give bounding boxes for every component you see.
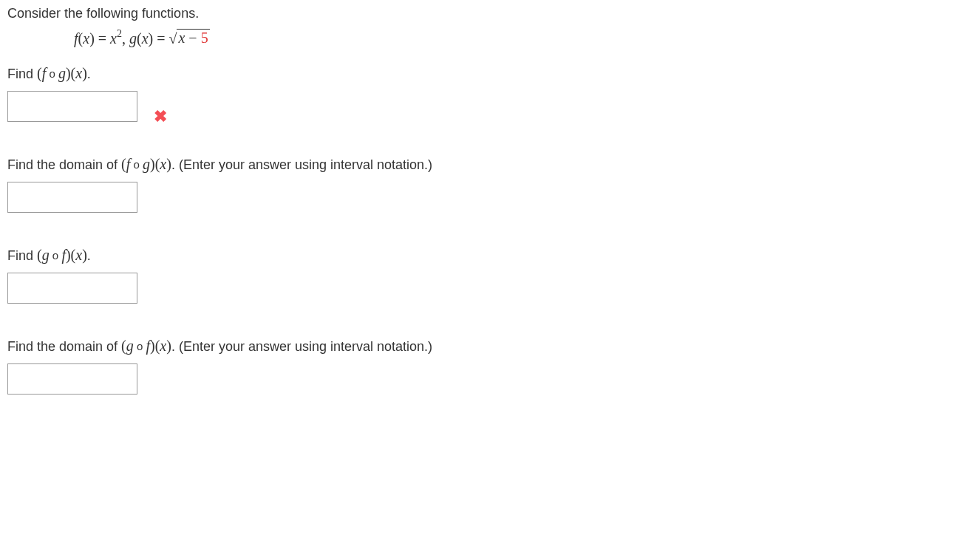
q2-paren-open: ( <box>121 156 126 172</box>
q2-prompt: Find the domain of (f o g)(x). (Enter yo… <box>7 156 967 173</box>
q3-prefix: Find <box>7 248 37 263</box>
q4-paren-close: ) <box>166 338 171 354</box>
q1-input-row: ✖ <box>7 91 967 122</box>
q1-paren-fog-open: ( <box>37 65 42 81</box>
composition-ring-icon: o <box>46 67 58 80</box>
q4-input-row <box>7 363 967 395</box>
g-name: g <box>129 30 137 47</box>
composition-ring-icon: o <box>130 158 143 171</box>
q1-period: . <box>87 66 91 81</box>
function-definitions: f(x) = x2, g(x) = √x − 5 <box>74 29 967 47</box>
q3-period: . <box>87 248 91 263</box>
f-rhs-exponent: 2 <box>117 28 122 39</box>
q1-answer-input[interactable] <box>7 91 137 122</box>
sqrt-icon: √ <box>168 30 177 47</box>
f-arg: x <box>83 30 89 47</box>
q3-input-row <box>7 273 967 304</box>
sqrt-expression: √x − 5 <box>168 30 209 47</box>
q4-x: x <box>160 338 166 354</box>
q1-prompt: Find (f o g)(x). <box>7 65 967 82</box>
q4-prefix: Find the domain of <box>7 339 121 354</box>
sqrt-minus: − <box>185 30 200 46</box>
equals-1: = <box>95 30 110 47</box>
q2-answer-input[interactable] <box>7 182 137 213</box>
q2-paren-close-open: )( <box>150 156 160 172</box>
q4-paren-close-open: )( <box>150 338 160 354</box>
q2-input-row <box>7 182 967 213</box>
composition-ring-icon: o <box>50 249 62 262</box>
f-rhs-base: x <box>110 30 117 47</box>
q1-x: x <box>75 65 82 81</box>
q3-prompt: Find (g o f)(x). <box>7 247 967 264</box>
q1-g: g <box>58 65 66 81</box>
sqrt-constant: 5 <box>201 30 208 46</box>
open-paren-2: ( <box>137 30 142 47</box>
q3-answer-input[interactable] <box>7 273 137 304</box>
q3-g: g <box>42 247 50 263</box>
q2-g: g <box>143 156 150 172</box>
q3-paren-open: ( <box>37 247 42 263</box>
q4-paren-open: ( <box>121 338 126 354</box>
g-arg: x <box>142 30 149 47</box>
close-paren: ) <box>89 30 95 47</box>
q4-answer-input[interactable] <box>7 363 137 395</box>
q3-x: x <box>75 247 82 263</box>
q3-paren-close: ) <box>82 247 87 263</box>
q4-prompt: Find the domain of (g o f)(x). (Enter yo… <box>7 338 967 355</box>
q4-g: g <box>126 338 134 354</box>
q2-paren-close: ) <box>166 156 171 172</box>
q1-paren-fog-close: )( <box>66 65 75 81</box>
composition-ring-icon: o <box>134 340 146 352</box>
incorrect-icon: ✖ <box>154 107 167 126</box>
comma-separator: , <box>122 30 129 47</box>
q2-prefix: Find the domain of <box>7 157 121 172</box>
q3-paren-close-open: )( <box>66 247 75 263</box>
question-intro: Consider the following functions. <box>7 6 967 21</box>
q2-x: x <box>160 156 166 172</box>
q1-paren-close: ) <box>82 65 87 81</box>
q4-note: (Enter your answer using interval notati… <box>175 339 432 354</box>
q2-note: (Enter your answer using interval notati… <box>175 157 432 172</box>
q1-prefix: Find <box>7 66 37 81</box>
equals-2: = <box>153 30 168 47</box>
